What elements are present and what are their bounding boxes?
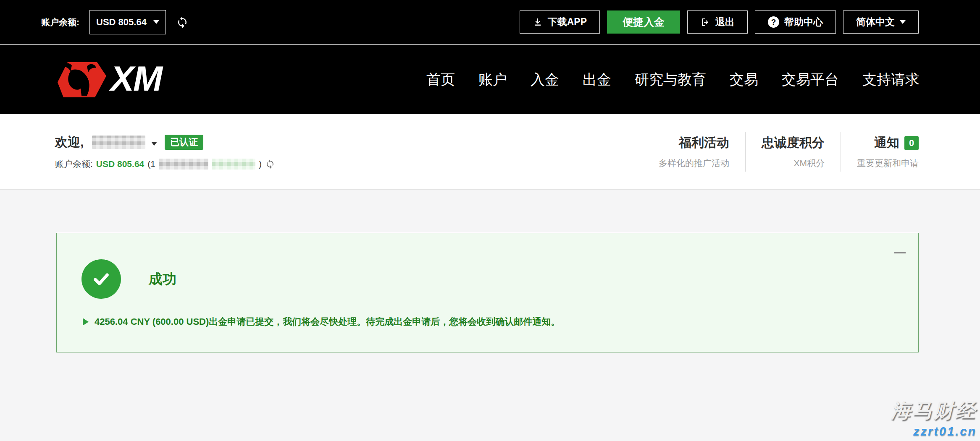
notifications-title: 通知 bbox=[874, 134, 899, 151]
account-balance-dropdown[interactable]: USD 805.64 bbox=[89, 10, 166, 34]
notifications-count-badge: 0 bbox=[904, 136, 919, 150]
topbar-balance-group: 账户余额: USD 805.64 bbox=[41, 10, 189, 34]
loyalty-title: 忠诚度积分 bbox=[762, 134, 825, 151]
xm-logo-text: XM bbox=[110, 61, 162, 99]
promotions-link[interactable]: 福利活动 多样化的推广活动 bbox=[643, 132, 745, 172]
watermark-url: zzrt01.cn bbox=[891, 425, 977, 438]
xm-logo[interactable]: XM bbox=[55, 60, 162, 99]
watermark: 海马财经 zzrt01.cn bbox=[891, 397, 977, 438]
alert-message: 4256.04 CNY (600.00 USD)出金申请已提交，我们将会尽快处理… bbox=[95, 316, 560, 328]
logout-label: 退出 bbox=[715, 16, 735, 29]
quick-deposit-label: 便捷入金 bbox=[623, 15, 665, 29]
nav-item-support[interactable]: 支持请求 bbox=[862, 70, 920, 89]
watermark-brand: 海马财经 bbox=[891, 397, 977, 424]
chevron-down-icon bbox=[900, 20, 906, 24]
language-selector-button[interactable]: 简体中文 bbox=[843, 10, 919, 34]
notifications-link[interactable]: 通知 0 重要更新和申请 bbox=[841, 132, 919, 172]
download-app-button[interactable]: 下载APP bbox=[520, 10, 600, 34]
welcome-quick-links: 福利活动 多样化的推广活动 忠诚度积分 XM积分 通知 0 重要更新和申请 bbox=[643, 132, 919, 172]
nav-item-platforms[interactable]: 交易平台 bbox=[782, 70, 839, 89]
question-mark-icon: ? bbox=[768, 16, 779, 28]
welcome-strip: 欢迎, 已认证 账户余额: USD 805.64 (1 ) 福利活动 多样化的推… bbox=[0, 114, 980, 190]
chevron-down-icon bbox=[153, 20, 159, 24]
account-number-redacted bbox=[159, 159, 208, 170]
nav-item-deposit[interactable]: 入金 bbox=[531, 70, 559, 89]
download-app-label: 下载APP bbox=[548, 16, 587, 29]
collapse-alert-button[interactable] bbox=[894, 252, 906, 253]
loyalty-points-link[interactable]: 忠诚度积分 XM积分 bbox=[745, 132, 841, 172]
welcome-info: 欢迎, 已认证 账户余额: USD 805.64 (1 ) bbox=[55, 134, 275, 170]
language-label: 简体中文 bbox=[856, 16, 895, 29]
topbar-actions: 下载APP 便捷入金 退出 ? 帮助中心 简体中文 bbox=[520, 10, 919, 34]
loyalty-subtitle: XM积分 bbox=[762, 157, 825, 169]
verified-badge: 已认证 bbox=[165, 135, 203, 150]
refresh-icon[interactable] bbox=[265, 159, 275, 169]
refresh-icon[interactable] bbox=[176, 16, 189, 29]
nav-item-withdraw[interactable]: 出金 bbox=[583, 70, 611, 89]
help-center-label: 帮助中心 bbox=[784, 16, 823, 29]
account-type-redacted bbox=[212, 159, 255, 170]
balance-label: 账户余额: bbox=[55, 158, 93, 170]
account-number-prefix: (1 bbox=[147, 159, 155, 169]
bullet-triangle-icon bbox=[83, 318, 89, 326]
account-balance-value: USD 805.64 bbox=[96, 17, 147, 28]
nav-item-trading[interactable]: 交易 bbox=[730, 70, 758, 89]
nav-item-account[interactable]: 账户 bbox=[478, 70, 507, 89]
nav-item-research-education[interactable]: 研究与教育 bbox=[635, 70, 706, 89]
alert-title: 成功 bbox=[149, 270, 176, 289]
topbar: 账户余额: USD 805.64 下载APP 便捷入金 bbox=[0, 0, 980, 44]
account-number-suffix: ) bbox=[259, 159, 262, 169]
nav-item-home[interactable]: 首页 bbox=[426, 70, 455, 89]
success-alert: 成功 4256.04 CNY (600.00 USD)出金申请已提交，我们将会尽… bbox=[56, 233, 919, 352]
logout-button[interactable]: 退出 bbox=[687, 10, 748, 34]
help-center-button[interactable]: ? 帮助中心 bbox=[755, 10, 836, 34]
promotions-title: 福利活动 bbox=[659, 134, 729, 151]
promotions-subtitle: 多样化的推广活动 bbox=[659, 157, 729, 169]
balance-value: USD 805.64 bbox=[96, 159, 144, 169]
quick-deposit-button[interactable]: 便捷入金 bbox=[607, 10, 680, 34]
download-icon bbox=[533, 17, 543, 27]
account-balance-label: 账户余额: bbox=[41, 16, 79, 28]
chevron-down-icon[interactable] bbox=[151, 142, 157, 146]
welcome-greeting: 欢迎, bbox=[55, 134, 84, 151]
notifications-subtitle: 重要更新和申请 bbox=[857, 157, 919, 169]
xm-bull-icon bbox=[55, 60, 110, 99]
logout-icon bbox=[700, 17, 710, 27]
nav-menu: 首页 账户 入金 出金 研究与教育 交易 交易平台 支持请求 bbox=[426, 70, 920, 89]
main-navbar: XM 首页 账户 入金 出金 研究与教育 交易 交易平台 支持请求 bbox=[0, 45, 980, 114]
success-check-icon bbox=[81, 259, 121, 299]
xm-member-area-page: 账户余额: USD 805.64 下载APP 便捷入金 bbox=[0, 0, 980, 441]
username-redacted bbox=[92, 136, 145, 149]
content-area: 成功 4256.04 CNY (600.00 USD)出金申请已提交，我们将会尽… bbox=[0, 190, 980, 441]
